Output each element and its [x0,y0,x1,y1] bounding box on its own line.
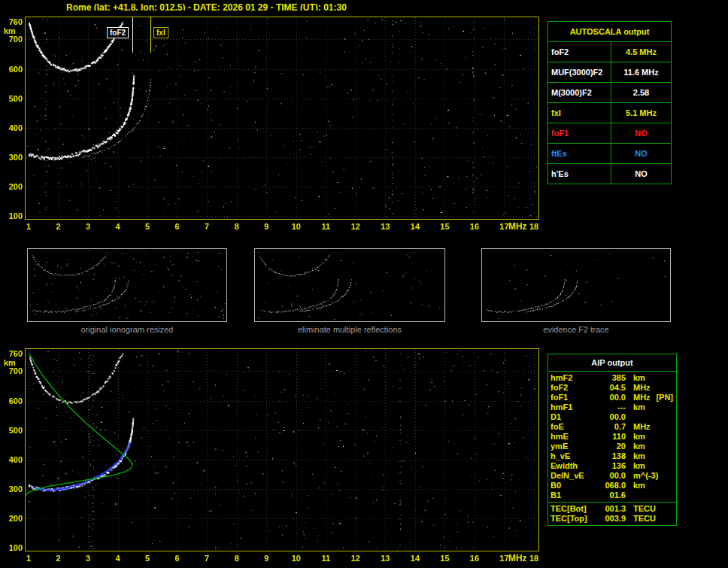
aip-param-unit: m^(-3) [626,471,656,481]
aip-param-value: --- [596,402,626,412]
aip-param-name: h_vE [551,451,596,461]
aip-param-unit: TECU [626,504,656,514]
aip-param-unit: km [626,442,656,451]
table-row-foF2: foF2 4.5 MHz [548,42,671,62]
aip-param-unit: km [626,461,656,471]
aip-param-name: DelN_vE [551,471,596,481]
aip-row-Ewidth: Ewidth136km [551,461,674,471]
aip-param-unit: TECU [626,514,656,524]
aip-param-value: 00.0 [596,393,626,402]
main-ionogram-canvas [0,11,541,236]
aip-param-value: 136 [596,461,626,471]
aip-row-h_vE: h_vE138km [551,451,674,461]
aip-param-unit: km [626,481,656,491]
aip-param-name: Ewidth [551,461,596,471]
thumbnail-caption: eliminate multiple reflections [254,325,445,334]
param-value: NO [611,123,671,143]
table-row-MUF: MUF(3000)F2 11.6 MHz [548,62,671,83]
aip-param-name: TEC[Top] [551,514,596,524]
param-label: foF2 [548,42,611,62]
aip-param-unit [626,491,656,500]
aip-table-body: hmF2385km foF204.5MHz foF100.0MHz[PN] hm… [548,372,676,502]
aip-row-hmE: hmE110km [551,432,674,442]
thumbnail-original-ionogram [27,248,227,322]
aip-row-hmF1: hmF1---km [551,402,674,412]
aip-param-value: 001.3 [596,504,626,514]
param-label: foF1 [548,123,611,143]
aip-row-tec-bot: TEC[Bot]001.3TECU [551,504,674,514]
table-row-ftEs: ftEs NO [548,144,671,164]
aip-row-foF1: foF100.0MHz[PN] [551,393,674,402]
aip-param-name: B0 [551,481,596,491]
param-value: NO [611,164,671,184]
aip-param-unit: MHz [626,393,656,402]
aip-param-name: TEC[Bot] [551,504,596,514]
aip-row-tec-top: TEC[Top]003.9TECU [551,514,674,524]
aip-param-value: 110 [596,432,626,442]
aip-param-unit: km [626,432,656,442]
param-label: fxI [548,103,611,123]
aip-param-unit: MHz [626,383,656,393]
aip-row-ymE: ymE20km [551,442,674,451]
param-label: ftEs [548,144,611,163]
param-value: 5.1 MHz [611,103,671,123]
aip-param-value: 00.0 [596,412,626,422]
fxI-marker-label: fxI [153,27,168,38]
aip-row-B0: B0068.0km [551,481,674,491]
param-label: MUF(3000)F2 [548,62,611,82]
autoscala-screen: Rome (lat: +41.8, lon: 012.5) - DATE: 20… [0,0,728,568]
aip-param-value: 068.0 [596,481,626,491]
main-ionogram-panel: foF2 fxI [0,11,541,236]
param-value: 11.6 MHz [611,62,671,82]
aip-param-name: hmF1 [551,402,596,412]
thumbnail-multiple-reflections-removed [254,248,445,322]
aip-param-value: 003.9 [596,514,626,524]
aip-param-value: 138 [596,451,626,461]
aip-param-name: foE [551,422,596,432]
aip-param-name: foF1 [551,393,596,402]
param-label: M(3000)F2 [548,83,611,102]
aip-param-unit: km [626,373,656,383]
foF2-marker-label: foF2 [107,27,129,38]
aip-tec-section: TEC[Bot]001.3TECU TEC[Top]003.9TECU [548,502,676,525]
autoscala-output-table: AUTOSCALA output foF2 4.5 MHz MUF(3000)F… [548,21,672,184]
thumbnail-caption: evidence F2 trace [481,325,671,334]
thumbnail-f2-trace-evidence [481,248,671,322]
aip-row-D1: D100.0 [551,412,674,422]
aip-row-B1: B101.6 [551,491,674,500]
param-label: h'Es [548,164,611,184]
aip-param-value: 385 [596,373,626,383]
aip-param-name: B1 [551,491,596,500]
table-row-M3000: M(3000)F2 2.58 [548,83,671,103]
aip-param-name: ymE [551,442,596,451]
aip-output-table: AIP output hmF2385km foF204.5MHz foF100.… [548,354,677,526]
table-row-fxI: fxI 5.1 MHz [548,103,671,123]
aip-param-name: D1 [551,412,596,422]
aip-param-flag: [PN] [656,393,674,402]
table-row-foF1: foF1 NO [548,123,671,144]
aip-param-value: 0.7 [596,422,626,432]
aip-param-unit: km [626,402,656,412]
aip-param-name: hmE [551,432,596,442]
param-value: 4.5 MHz [611,42,671,62]
autoscala-table-header: AUTOSCALA output [548,22,671,42]
aip-param-unit: km [626,451,656,461]
aip-table-header: AIP output [548,354,676,372]
aip-param-name: foF2 [551,383,596,393]
aip-row-foF2: foF204.5MHz [551,383,674,393]
aip-row-foE: foE0.7MHz [551,422,674,432]
profile-ionogram-canvas [0,342,541,568]
aip-param-value: 00.0 [596,471,626,481]
aip-row-DelN_vE: DelN_vE00.0m^(-3) [551,471,674,481]
table-row-hEs: h'Es NO [548,164,671,184]
aip-row-hmF2: hmF2385km [551,373,674,383]
aip-param-value: 01.6 [596,491,626,500]
param-value: 2.58 [611,83,671,102]
aip-param-unit: MHz [626,422,656,432]
aip-param-unit [626,412,656,422]
aip-param-name: hmF2 [551,373,596,383]
aip-param-value: 04.5 [596,383,626,393]
thumbnail-caption: original ionogram resized [27,325,227,334]
aip-param-value: 20 [596,442,626,451]
param-value: NO [611,144,671,163]
